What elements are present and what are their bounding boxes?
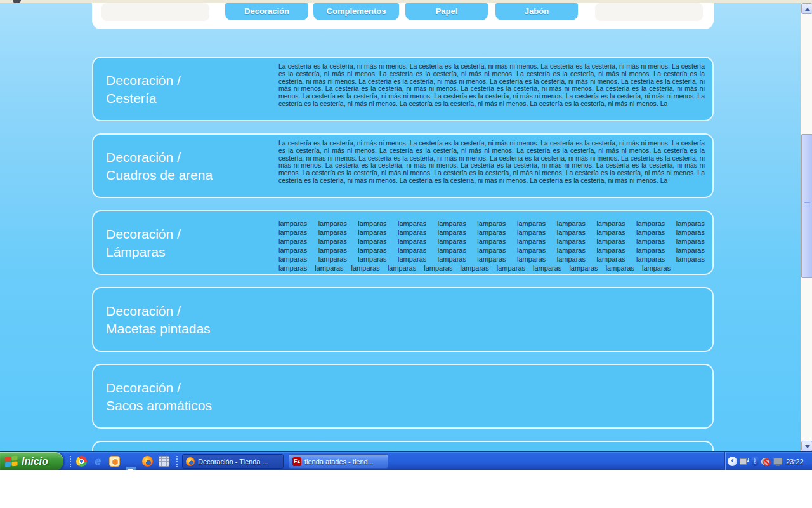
category-title-line2: Cuadros de arena	[106, 168, 213, 182]
windows-flag-icon	[4, 455, 18, 468]
category-title: Decoración / Cestería	[106, 72, 181, 107]
category-title-line1: Decoración /	[106, 380, 181, 395]
category-title-line1: Decoración /	[106, 304, 181, 318]
category-description: lamparas lamparas lamparas lamparas lamp…	[278, 219, 705, 272]
blank-margin	[0, 470, 812, 508]
category-description: La cestería es la cestería, ni más ni me…	[278, 140, 705, 198]
category-card-cuadros-de-arena[interactable]: Decoración / Cuadros de arena La cesterí…	[92, 133, 714, 198]
category-title: Decoración / Lámparas	[106, 225, 181, 261]
network-icon[interactable]	[740, 457, 749, 465]
tray-clock[interactable]: 23:22	[786, 458, 804, 465]
mail-icon[interactable]	[109, 456, 120, 467]
nav-header-panel: Decoración Complementos Papel Jabón	[92, 3, 714, 29]
category-title-line2: Cestería	[106, 91, 156, 105]
taskbar: Inicio e Decoración - Tienda ... Fz tien…	[0, 451, 812, 470]
taskbar-window-decoracion-tienda[interactable]: Decoración - Tienda ...	[182, 454, 284, 469]
start-button-label: Inicio	[22, 456, 48, 467]
internet-explorer-icon[interactable]: e	[93, 456, 103, 467]
system-tray: ‹ ᛒ 23:22	[724, 452, 812, 471]
category-title: Decoración / Sacos aromáticos	[106, 379, 212, 415]
collapse-chevron-icon[interactable]: ‹	[728, 457, 737, 466]
nav-placeholder-right[interactable]	[595, 3, 703, 21]
category-description: La cestería es la cestería, ni más ni me…	[278, 63, 705, 121]
category-title-line1: Decoración /	[106, 227, 181, 241]
scroll-down-button[interactable]	[801, 441, 812, 451]
category-card-macetas-pintadas[interactable]: Decoración / Macetas pintadas	[92, 287, 714, 352]
scrollbar-thumb[interactable]	[801, 134, 812, 278]
category-title-line2: Sacos aromáticos	[106, 398, 212, 413]
taskbar-window-label: tienda atades - tiend...	[304, 458, 374, 465]
start-button[interactable]: Inicio	[0, 452, 63, 471]
category-card-cesteria[interactable]: Decoración / Cestería La cestería es la …	[92, 57, 714, 121]
vertical-scrollbar[interactable]	[801, 3, 812, 451]
calculator-icon[interactable]	[159, 456, 169, 467]
category-card-lamparas[interactable]: Decoración / Lámparas lamparas lamparas …	[92, 210, 714, 275]
category-title-line1: Decoración /	[106, 150, 181, 164]
page-viewport: Decoración Complementos Papel Jabón Deco…	[0, 3, 801, 451]
category-title-line2: Lámparas	[106, 244, 165, 259]
screen: Decoración Complementos Papel Jabón Deco…	[0, 0, 812, 508]
nav-button-complementos[interactable]: Complementos	[313, 3, 399, 20]
chevron-up-icon	[805, 8, 810, 11]
category-title-line2: Macetas pintadas	[106, 321, 211, 336]
nav-button-decoracion[interactable]: Decoración	[225, 3, 308, 20]
taskbar-window-tienda-atades[interactable]: Fz tienda atades - tiend...	[289, 454, 388, 469]
category-title: Decoración / Cuadros de arena	[106, 149, 213, 184]
scrollbar-grip-icon	[804, 202, 810, 209]
quick-launch-separator	[176, 455, 178, 467]
bluetooth-icon[interactable]: ᛒ	[752, 457, 759, 466]
blocked-device-icon[interactable]	[761, 457, 771, 466]
scroll-up-button[interactable]	[801, 3, 812, 14]
filezilla-icon: Fz	[292, 457, 301, 466]
firefox-icon[interactable]	[142, 456, 153, 467]
nav-button-papel[interactable]: Papel	[405, 3, 488, 20]
chrome-icon[interactable]	[76, 456, 87, 467]
nav-button-jabon[interactable]: Jabón	[495, 3, 578, 20]
quick-launch-separator	[69, 455, 72, 467]
category-card-sacos-aromaticos[interactable]: Decoración / Sacos aromáticos	[92, 364, 714, 429]
taskbar-window-label: Decoración - Tienda ...	[198, 458, 268, 465]
category-card-partial[interactable]	[92, 441, 714, 451]
nav-placeholder-left[interactable]	[102, 3, 209, 21]
display-icon[interactable]	[773, 458, 782, 465]
category-title: Decoración / Macetas pintadas	[106, 302, 211, 338]
chevron-down-icon	[805, 445, 810, 448]
firefox-icon	[186, 457, 195, 466]
category-title-line1: Decoración /	[106, 73, 181, 88]
